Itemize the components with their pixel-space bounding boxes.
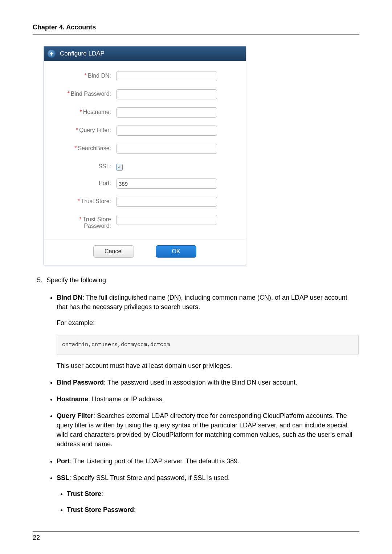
field-trust-store-password: *Trust Store Password: [55, 215, 235, 230]
label-port: Port: [99, 180, 111, 186]
step-list: Specify the following: Bind DN: The full… [33, 275, 359, 514]
dialog-title: Configure LDAP [60, 50, 105, 57]
input-hostname[interactable] [116, 107, 217, 118]
dialog-header: + Configure LDAP [44, 46, 246, 61]
ssl-subitems: Trust Store: Trust Store Password: [57, 489, 359, 514]
label-search-base: SearchBase: [78, 145, 111, 151]
desc-query-filter: : Searches external LDAP directory tree … [57, 412, 352, 448]
label-bind-dn: Bind DN: [88, 73, 111, 79]
header-divider [33, 34, 359, 34]
term-query-filter: Query Filter [57, 412, 93, 419]
label-trust-store-password: Trust Store Password: [82, 216, 111, 229]
subitem-trust-store: Trust Store: [67, 489, 359, 498]
item-hostname: Hostname: Hostname or IP address. [57, 394, 359, 404]
example-label: For example: [57, 318, 359, 328]
term-bind-dn: Bind DN [57, 294, 82, 301]
term-ssl: SSL [57, 474, 69, 481]
cancel-button[interactable]: Cancel [93, 245, 134, 258]
label-trust-store: Trust Store: [81, 198, 111, 204]
page-footer: 22 [33, 532, 359, 542]
step-5: Specify the following: Bind DN: The full… [44, 275, 359, 514]
desc-bind-dn: : The full distinguished name (DN), incl… [57, 294, 347, 311]
label-bind-password: Bind Password: [71, 91, 111, 97]
desc-trust-store: : [101, 490, 103, 497]
label-ssl: SSL: [98, 163, 111, 169]
field-search-base: *SearchBase: [55, 144, 235, 154]
plus-icon: + [48, 50, 56, 58]
dialog-footer: Cancel OK [44, 239, 246, 265]
input-search-base[interactable] [116, 144, 217, 154]
input-trust-store[interactable] [116, 197, 217, 207]
input-trust-store-password[interactable] [116, 215, 217, 225]
chapter-title: Chapter 4. Accounts [33, 24, 359, 31]
footer-divider [33, 532, 359, 532]
term-hostname: Hostname [57, 395, 88, 403]
label-query-filter: Query Filter: [79, 127, 111, 133]
dialog-body: *Bind DN: *Bind Password: *Hostname: *Qu… [44, 61, 246, 239]
term-bind-password: Bind Password [57, 379, 104, 386]
step-5-items: Bind DN: The full distinguished name (DN… [46, 293, 359, 514]
page-number: 22 [33, 534, 359, 542]
ok-button[interactable]: OK [156, 245, 196, 258]
desc-hostname: : Hostname or IP address. [88, 395, 164, 403]
subitem-trust-store-password: Trust Store Password: [67, 505, 359, 514]
term-trust-store: Trust Store [67, 490, 101, 497]
input-bind-dn[interactable] [116, 71, 217, 81]
field-bind-dn: *Bind DN: [55, 71, 235, 81]
term-port: Port [57, 457, 70, 465]
configure-ldap-dialog: + Configure LDAP *Bind DN: *Bind Passwor… [44, 46, 246, 265]
desc-bind-password: : The password used in association with … [104, 379, 297, 386]
desc-trust-store-password: : [134, 506, 136, 513]
example-code: cn=admin,cn=users,dc=mycom,dc=com [57, 336, 359, 354]
step-5-intro: Specify the following: [46, 275, 359, 285]
field-ssl: SSL: ✓ [55, 162, 235, 171]
input-query-filter[interactable] [116, 126, 217, 136]
desc-ssl: : Specify SSL Trust Store and password, … [69, 474, 230, 481]
item-port: Port: The Listening port of the LDAP ser… [57, 456, 359, 466]
field-trust-store: *Trust Store: [55, 197, 235, 207]
input-bind-password[interactable] [116, 89, 217, 99]
term-trust-store-password: Trust Store Password [67, 506, 134, 513]
item-bind-password: Bind Password: The password used in asso… [57, 378, 359, 387]
item-query-filter: Query Filter: Searches external LDAP dir… [57, 411, 359, 449]
bind-dn-note: This user account must have at least dom… [57, 361, 359, 370]
field-hostname: *Hostname: [55, 107, 235, 118]
item-ssl: SSL: Specify SSL Trust Store and passwor… [57, 473, 359, 514]
field-query-filter: *Query Filter: [55, 126, 235, 136]
desc-port: : The Listening port of the LDAP server.… [70, 457, 239, 465]
input-port[interactable] [116, 178, 217, 189]
field-port: Port: [55, 178, 235, 189]
checkbox-ssl[interactable]: ✓ [116, 164, 123, 171]
item-bind-dn: Bind DN: The full distinguished name (DN… [57, 293, 359, 370]
label-hostname: Hostname: [83, 109, 111, 115]
field-bind-password: *Bind Password: [55, 89, 235, 99]
